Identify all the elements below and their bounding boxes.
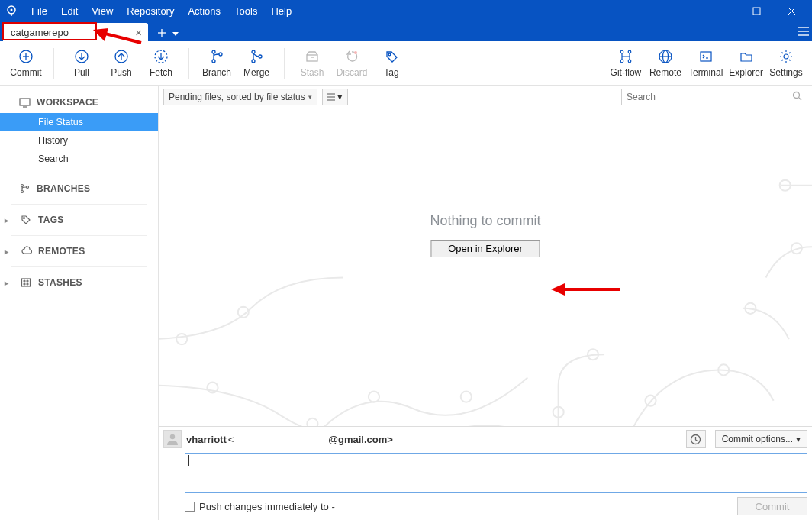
svg-point-35 (628, 60, 631, 63)
menu-repository[interactable]: Repository (120, 2, 181, 20)
branch-icon (18, 182, 31, 195)
explorer-button[interactable]: Explorer (726, 43, 766, 84)
chevron-right-icon: ▸ (5, 247, 14, 256)
sidebar-item-history[interactable]: History (0, 131, 158, 150)
clock-icon (690, 434, 701, 445)
commit-icon (18, 48, 34, 65)
gitflow-icon (617, 48, 634, 65)
sidebar-item-file-status[interactable]: File Status (0, 113, 158, 131)
push-immediately-label: Push changes immediately to - (199, 501, 335, 512)
tab-menu-caret[interactable] (172, 27, 183, 39)
search-icon (792, 91, 802, 103)
terminal-button[interactable]: Terminal (685, 43, 726, 84)
pull-button[interactable]: Pull (62, 43, 102, 84)
svg-point-24 (219, 53, 222, 56)
remote-button[interactable]: Remote (646, 43, 685, 84)
branch-button[interactable]: Branch (197, 43, 237, 84)
svg-point-27 (259, 55, 262, 58)
svg-point-56 (794, 92, 800, 98)
close-icon[interactable]: × (135, 26, 142, 39)
commit-message-input[interactable] (185, 453, 807, 493)
svg-point-23 (212, 60, 215, 63)
menu-file[interactable]: File (24, 2, 54, 20)
svg-point-47 (24, 218, 25, 219)
menu-edit[interactable]: Edit (54, 2, 85, 20)
commit-button[interactable]: Commit (6, 43, 46, 84)
merge-button[interactable]: Merge (237, 43, 276, 84)
menu-help[interactable]: Help (264, 2, 298, 20)
svg-point-58 (176, 334, 187, 344)
svg-point-51 (24, 283, 25, 285)
merge-icon (248, 48, 265, 65)
commit-history-button[interactable] (686, 430, 706, 448)
workspace-header[interactable]: WORKSPACE (0, 92, 158, 113)
tag-button[interactable]: Tag (372, 43, 411, 84)
svg-point-45 (21, 191, 24, 193)
svg-point-50 (27, 280, 28, 282)
svg-rect-2 (11, 13, 11, 16)
discard-button[interactable]: Discard (332, 43, 372, 84)
maximize-button[interactable] (739, 0, 774, 21)
close-button[interactable] (774, 0, 809, 21)
menu-tools[interactable]: Tools (227, 2, 264, 20)
empty-title: Nothing to commit (430, 213, 540, 229)
app-icon (5, 4, 18, 18)
svg-point-32 (620, 50, 624, 53)
sidebar-item-search[interactable]: Search (0, 150, 158, 168)
stashes-header[interactable]: ▸ STASHES (0, 272, 158, 293)
push-immediately-checkbox[interactable] (185, 502, 195, 512)
stash-icon (304, 48, 321, 65)
remotes-header[interactable]: ▸ REMOTES (0, 241, 158, 262)
tab-repo[interactable]: catgamerepo × (3, 23, 148, 41)
svg-point-30 (354, 51, 357, 54)
menu-bar: File Edit View Repository Actions Tools … (0, 0, 812, 21)
svg-point-44 (21, 185, 24, 187)
cloud-icon (20, 245, 32, 257)
gitflow-button[interactable]: Git-flow (606, 43, 646, 84)
discard-icon (343, 48, 360, 65)
fetch-button[interactable]: Fetch (141, 43, 181, 84)
svg-line-57 (799, 97, 802, 100)
toolbar: Commit Pull Push Fetch Branch Merge (0, 41, 812, 86)
tag-icon (20, 214, 32, 226)
menu-actions[interactable]: Actions (181, 2, 227, 20)
explorer-icon (738, 48, 755, 65)
file-sort-dropdown[interactable]: Pending files, sorted by file status ▾ (163, 89, 317, 105)
sidebar: WORKSPACE File Status History Search BRA… (0, 86, 159, 520)
commit-submit-button[interactable]: Commit (737, 497, 807, 515)
filter-bar: Pending files, sorted by file status ▾ ▾ (159, 86, 812, 108)
svg-point-63 (461, 392, 472, 402)
file-canvas: Nothing to commit Open in Explorer (159, 108, 812, 426)
branch-icon (208, 48, 225, 65)
svg-point-31 (388, 53, 391, 56)
gear-icon (778, 48, 794, 65)
search-input[interactable] (621, 89, 807, 105)
svg-point-26 (252, 60, 255, 63)
menu-view[interactable]: View (85, 2, 120, 20)
svg-point-41 (784, 54, 788, 59)
open-in-explorer-button[interactable]: Open in Explorer (430, 240, 540, 257)
svg-point-49 (24, 280, 25, 282)
new-tab-button[interactable] (156, 27, 168, 39)
tag-icon (383, 48, 400, 65)
svg-point-33 (620, 60, 624, 63)
svg-point-61 (307, 418, 317, 426)
tab-bar: catgamerepo × (0, 21, 812, 41)
stash-button[interactable]: Stash (292, 43, 332, 84)
view-mode-button[interactable]: ▾ (322, 89, 348, 105)
branches-header[interactable]: BRANCHES (0, 178, 158, 199)
svg-rect-39 (701, 52, 711, 61)
svg-point-25 (252, 50, 255, 53)
monitor-icon (18, 96, 31, 108)
svg-point-22 (212, 50, 215, 53)
tags-header[interactable]: ▸ TAGS (0, 209, 158, 231)
chevron-right-icon: ▸ (5, 216, 14, 224)
push-button[interactable]: Push (102, 43, 141, 84)
hamburger-icon[interactable] (795, 23, 812, 40)
commit-pane: vharriott < @gmail.com> Commit options..… (159, 426, 812, 520)
minimize-button[interactable] (704, 0, 739, 21)
avatar (163, 430, 182, 448)
chevron-down-icon: ▾ (796, 434, 801, 444)
settings-button[interactable]: Settings (766, 43, 806, 84)
commit-options-dropdown[interactable]: Commit options... ▾ (715, 430, 807, 448)
